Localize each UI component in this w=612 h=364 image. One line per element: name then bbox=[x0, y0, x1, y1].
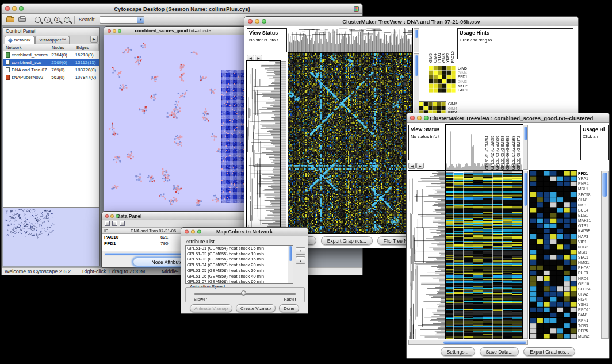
heatmap-canvas[interactable] bbox=[288, 53, 412, 233]
heatmap-canvas[interactable] bbox=[446, 171, 522, 339]
network-view-titlebar[interactable]: combined_scores_good.txt--cluste... bbox=[104, 27, 246, 35]
minimize-icon[interactable] bbox=[417, 116, 422, 120]
gene-label[interactable]: GPI16 bbox=[578, 281, 600, 286]
network-table-row[interactable]: combined_sco2569(6)13112(15) bbox=[3, 59, 99, 66]
open-folder-icon[interactable] bbox=[6, 17, 14, 22]
network-table-row[interactable]: DNA and Tran 07769(0)183728(0) bbox=[3, 66, 99, 74]
minimize-icon[interactable] bbox=[255, 19, 259, 24]
gene-label[interactable]: PAN1 bbox=[578, 312, 600, 317]
magnifier-icon[interactable]: − bbox=[35, 17, 41, 23]
gene-label[interactable]: PHO81 bbox=[578, 265, 600, 270]
gene-label[interactable]: RPO21 bbox=[578, 307, 600, 312]
magnifier-icon[interactable]: 1 bbox=[54, 17, 60, 23]
row-dendrogram-canvas[interactable] bbox=[247, 61, 280, 233]
gene-label[interactable]: NIS1 bbox=[578, 202, 600, 208]
tab-vizmapper[interactable]: VizMapper™ bbox=[35, 36, 70, 44]
save-data-button[interactable]: Save Data... bbox=[480, 347, 519, 356]
close-icon[interactable] bbox=[108, 29, 111, 33]
gene-label[interactable]: MON2 bbox=[578, 334, 600, 339]
gene-label[interactable]: MSI1 bbox=[578, 250, 600, 255]
gene-label[interactable]: NTR2 bbox=[578, 244, 600, 250]
maximize-icon[interactable] bbox=[424, 116, 429, 120]
gene-label[interactable]: VIP1 bbox=[578, 239, 600, 244]
done-button[interactable]: Done bbox=[279, 304, 299, 312]
gene-label[interactable]: HRD3 bbox=[578, 276, 600, 281]
minimize-icon[interactable] bbox=[110, 214, 114, 218]
gene-label[interactable]: HMG1 bbox=[578, 260, 600, 265]
gene-label[interactable]: GTB1 bbox=[578, 223, 600, 228]
network-table-row[interactable]: sNAPuberNov2563(0)107847(0) bbox=[3, 74, 99, 81]
attribute-list-item[interactable]: GPL51-06 (GSM859) heat shock 40 min bbox=[186, 274, 293, 279]
tab-network[interactable]: Network bbox=[5, 36, 35, 44]
gene-label[interactable]: PFD1 bbox=[578, 171, 600, 176]
main-titlebar[interactable]: Cytoscape Desktop (Session Name: collins… bbox=[2, 4, 362, 14]
create-vizmap-button[interactable]: Create Vizmap bbox=[236, 304, 276, 312]
scrollbar-thumb[interactable] bbox=[415, 30, 418, 38]
maximize-icon[interactable] bbox=[116, 214, 119, 218]
export-graphics-button[interactable]: Export Graphics... bbox=[321, 236, 373, 245]
treeview-dna-titlebar[interactable]: ClusterMaker TreeView : DNA and Tran 07-… bbox=[244, 17, 578, 26]
animate-vizmap-button[interactable]: Animate Vizmap bbox=[190, 304, 232, 312]
close-icon[interactable] bbox=[105, 214, 109, 218]
column-header-network[interactable]: Network bbox=[3, 44, 49, 51]
gene-label[interactable]: PUF3 bbox=[578, 270, 600, 275]
attribute-list-item[interactable]: GPL51-07 (GSM868) heat shock 60 min bbox=[186, 279, 293, 284]
magnifier-icon[interactable]: ▢ bbox=[64, 17, 70, 23]
gene-label[interactable]: TCB3 bbox=[578, 323, 600, 328]
gene-label[interactable]: ELG1 bbox=[578, 213, 600, 218]
scrollbar-thumb[interactable] bbox=[415, 55, 418, 76]
close-icon[interactable] bbox=[5, 6, 10, 11]
tab-overflow-button[interactable]: ▶ bbox=[90, 36, 98, 43]
heatmap-vscrollbar[interactable] bbox=[523, 171, 528, 339]
gene-label[interactable]: MAK31 bbox=[578, 218, 600, 223]
maximize-icon[interactable] bbox=[19, 6, 24, 11]
scroll-left-button[interactable]: ◀ bbox=[408, 163, 416, 169]
maximize-icon[interactable] bbox=[118, 29, 121, 33]
gene-label[interactable]: KAP95 bbox=[578, 228, 600, 233]
gene-label[interactable]: CLN1 bbox=[578, 197, 600, 202]
gene-label[interactable]: SPC98 bbox=[578, 192, 600, 197]
gene-label[interactable]: FIG4 bbox=[578, 297, 600, 302]
gene-label[interactable]: BUD4 bbox=[578, 208, 600, 213]
gene-label[interactable]: CPA2 bbox=[578, 292, 600, 297]
minimize-icon[interactable] bbox=[12, 6, 17, 11]
scroll-right-button[interactable]: ▶ bbox=[416, 163, 424, 169]
gene-label[interactable]: PEP5 bbox=[578, 328, 600, 334]
gene-label[interactable]: MSL1 bbox=[578, 186, 600, 191]
dropdown-icon[interactable]: ▼ bbox=[137, 17, 144, 23]
data-panel-titlebar[interactable]: Data Panel bbox=[102, 212, 251, 220]
column-dendrogram-scrollbar[interactable] bbox=[414, 28, 419, 52]
column-header-edges[interactable]: Edges bbox=[74, 44, 99, 51]
overview-canvas[interactable] bbox=[3, 208, 99, 266]
attribute-list-item[interactable]: GPL51-01 (GSM854) heat shock 05 min bbox=[186, 246, 293, 251]
close-icon[interactable] bbox=[185, 230, 189, 234]
gene-label[interactable]: SEC1 bbox=[578, 255, 600, 260]
network-canvas[interactable] bbox=[104, 35, 246, 211]
column-dendrogram-canvas[interactable] bbox=[288, 28, 412, 52]
scrollbar-thumb[interactable] bbox=[524, 127, 527, 140]
export-graphics-button[interactable]: Export Graphics... bbox=[523, 347, 575, 356]
search-combobox[interactable]: ▼ bbox=[100, 16, 144, 24]
move-down-button[interactable]: ∨ bbox=[296, 256, 305, 264]
close-icon[interactable] bbox=[248, 19, 253, 24]
speed-slider-thumb[interactable] bbox=[241, 290, 246, 296]
gene-label[interactable]: RPN1 bbox=[578, 318, 600, 323]
attribute-listbox[interactable]: GPL51-01 (GSM854) heat shock 05 minGPL51… bbox=[185, 245, 293, 284]
maximize-icon[interactable] bbox=[262, 19, 266, 24]
maximize-icon[interactable] bbox=[197, 230, 201, 234]
scrollbar-thumb[interactable] bbox=[289, 246, 292, 261]
magnifier-icon[interactable]: + bbox=[44, 17, 51, 23]
scrollbar-thumb[interactable] bbox=[443, 341, 526, 344]
row-dendrogram-canvas[interactable] bbox=[408, 171, 446, 339]
minimize-icon[interactable] bbox=[191, 230, 195, 234]
move-up-button[interactable]: ∧ bbox=[296, 247, 305, 255]
gene-label[interactable]: YSH1 bbox=[578, 302, 600, 307]
settings-button[interactable]: Settings... bbox=[441, 347, 475, 356]
print-icon[interactable] bbox=[18, 17, 26, 22]
attribute-list-item[interactable]: GPL51-05 (GSM858) heat shock 30 min bbox=[186, 268, 293, 274]
network-table-row[interactable]: combined_scores2764(0)16218(0) bbox=[3, 51, 99, 59]
create-attribute-icon[interactable] bbox=[112, 221, 117, 226]
minimize-icon[interactable] bbox=[113, 29, 116, 33]
attribute-list-item[interactable]: GPL51-02 (GSM855) heat shock 10 min bbox=[186, 251, 293, 257]
gene-label[interactable]: YRA1 bbox=[578, 176, 600, 181]
